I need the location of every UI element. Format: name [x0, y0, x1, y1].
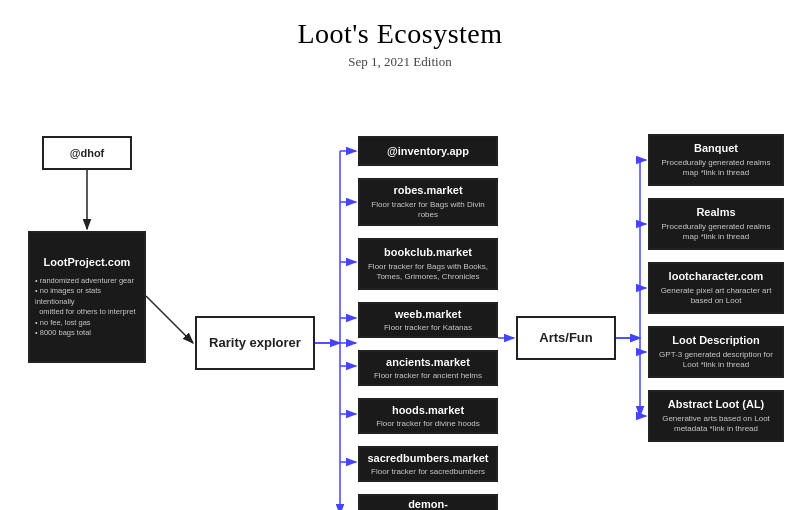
hoods-node: hoods.market Floor tracker for divine ho… [358, 398, 498, 434]
lootproject-title: LootProject.com [35, 255, 139, 269]
sacred-node: sacredbumbers.market Floor tracker for s… [358, 446, 498, 482]
weeb-node: weeb.market Floor tracker for Katanas [358, 302, 498, 338]
main-title: Loot's Ecosystem [0, 0, 800, 50]
artsfun-node: Arts/Fun [516, 316, 616, 360]
lootproject-sub: • randomized adventurer gear• no images … [35, 276, 139, 339]
banquet-node: Banquet Procedurally generated realms ma… [648, 134, 784, 186]
dhof-node: @dhof [42, 136, 132, 170]
abstractloot-node: Abstract Loot (AL) Generative arts based… [648, 390, 784, 442]
lootcharacter-node: lootcharacter.com Generate pixel art cha… [648, 262, 784, 314]
inventory-node: @inventory.app [358, 136, 498, 166]
demon-node: demon-crown.herokuapp.com/ Floor tracker… [358, 494, 498, 510]
svg-line-3 [146, 296, 193, 343]
diagram: @dhof LootProject.com • randomized adven… [0, 76, 800, 510]
subtitle: Sep 1, 2021 Edition [0, 54, 800, 70]
rarity-node: Rarity explorer [195, 316, 315, 370]
lootproject-node: LootProject.com • randomized adventurer … [28, 231, 146, 363]
lootdesc-node: Loot Description GPT-3 generated descrip… [648, 326, 784, 378]
bookclub-node: bookclub.market Floor tracker for Bags w… [358, 238, 498, 290]
robes-node: robes.market Floor tracker for Bags with… [358, 178, 498, 226]
ancients-node: ancients.market Floor tracker for ancien… [358, 350, 498, 386]
realms-node: Realms Procedurally generated realms map… [648, 198, 784, 250]
